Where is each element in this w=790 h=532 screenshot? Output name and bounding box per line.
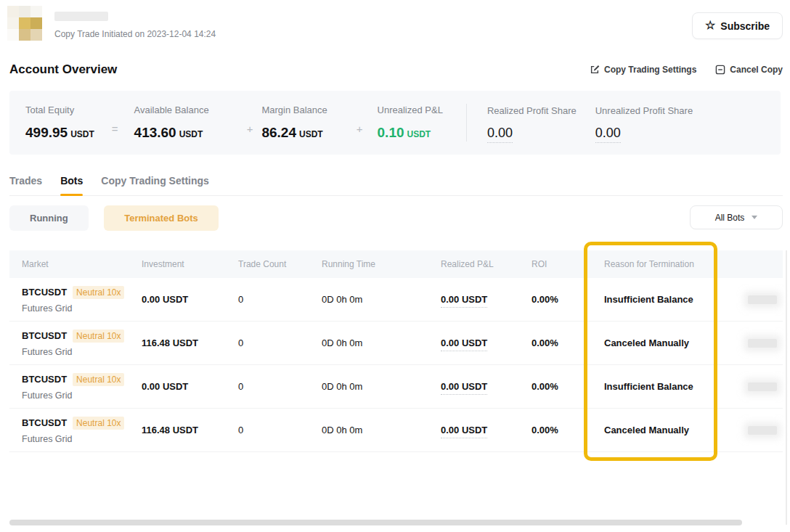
row-action-redacted[interactable] bbox=[748, 382, 777, 391]
cancel-copy-label: Cancel Copy bbox=[730, 65, 783, 75]
tab-copy-trading-settings[interactable]: Copy Trading Settings bbox=[101, 175, 209, 195]
market-symbol: BTCUSDT bbox=[22, 374, 67, 385]
column-investment: Investment bbox=[142, 259, 238, 269]
termination-reason-cell: Insufficient Balance bbox=[604, 294, 748, 305]
unrealized-profit-share-label: Unrealized Profit Share bbox=[595, 105, 693, 116]
trader-info: Copy Trade Initiated on 2023-12-04 14:24 bbox=[54, 12, 216, 39]
market-cell: BTCUSDTNeutral 10x Futures Grid bbox=[9, 373, 142, 401]
strategy-badge: Neutral 10x bbox=[73, 373, 124, 386]
copy-trading-settings-label: Copy Trading Settings bbox=[604, 65, 696, 75]
plus-operator: + bbox=[247, 123, 253, 136]
row-action-redacted[interactable] bbox=[748, 295, 777, 304]
terminated-bots-table: Market Investment Trade Count Running Ti… bbox=[9, 250, 783, 452]
market-cell: BTCUSDTNeutral 10x Futures Grid bbox=[9, 330, 142, 357]
subscribe-label: Subscribe bbox=[720, 20, 770, 32]
trade-count-cell: 0 bbox=[238, 337, 322, 348]
overview-actions: Copy Trading Settings Cancel Copy bbox=[590, 65, 783, 75]
realized-pnl-cell: 0.00 USDT bbox=[441, 381, 532, 392]
account-stats-panel: Total Equity 499.95USDT = Available Bala… bbox=[9, 91, 781, 155]
table-row: BTCUSDTNeutral 10x Futures Grid 0.00 USD… bbox=[9, 278, 783, 322]
trader-name-redacted bbox=[54, 12, 108, 21]
market-cell: BTCUSDTNeutral 10x Futures Grid bbox=[9, 286, 142, 314]
column-market: Market bbox=[9, 259, 142, 269]
realized-pnl-cell: 0.00 USDT bbox=[441, 337, 532, 348]
action-cell bbox=[748, 339, 783, 348]
chevron-down-icon bbox=[752, 216, 757, 219]
table-row: BTCUSDTNeutral 10x Futures Grid 0.00 USD… bbox=[9, 365, 783, 409]
total-equity-label: Total Equity bbox=[25, 105, 94, 115]
copy-trading-settings-button[interactable]: Copy Trading Settings bbox=[590, 65, 696, 75]
strategy-badge: Neutral 10x bbox=[73, 286, 124, 299]
roi-cell: 0.00% bbox=[532, 425, 604, 435]
table-row: BTCUSDTNeutral 10x Futures Grid 116.48 U… bbox=[9, 409, 783, 452]
trader-avatar bbox=[7, 6, 42, 41]
row-action-redacted[interactable] bbox=[748, 426, 777, 435]
trader-header: Copy Trade Initiated on 2023-12-04 14:24… bbox=[7, 6, 783, 46]
investment-cell: 0.00 USDT bbox=[142, 381, 238, 392]
bot-type-label: Futures Grid bbox=[22, 347, 142, 357]
available-balance-value: 413.60USDT bbox=[134, 125, 209, 141]
main-tabs: Trades Bots Copy Trading Settings bbox=[9, 175, 783, 196]
action-cell bbox=[748, 295, 783, 304]
bot-type-label: Futures Grid bbox=[22, 434, 142, 444]
terminated-bots-filter-button[interactable]: Terminated Bots bbox=[104, 205, 219, 231]
realized-pnl-cell: 0.00 USDT bbox=[441, 294, 532, 305]
star-icon: ☆ bbox=[705, 20, 715, 31]
stat-unrealized-pnl: Unrealized P&L 0.10USDT bbox=[378, 105, 443, 141]
horizontal-scrollbar[interactable] bbox=[9, 520, 742, 525]
vertical-scrollbar[interactable] bbox=[786, 250, 787, 525]
stat-unrealized-profit-share: Unrealized Profit Share 0.00 bbox=[595, 105, 693, 141]
roi-cell: 0.00% bbox=[532, 381, 604, 392]
bot-type-dropdown[interactable]: All Bots bbox=[690, 205, 783, 229]
cancel-copy-button[interactable]: Cancel Copy bbox=[715, 65, 783, 75]
stats-divider bbox=[466, 104, 467, 142]
column-realized-pnl: Realized P&L bbox=[441, 259, 532, 269]
investment-cell: 116.48 USDT bbox=[142, 425, 238, 435]
market-cell: BTCUSDTNeutral 10x Futures Grid bbox=[9, 417, 142, 444]
running-time-cell: 0D 0h 0m bbox=[322, 425, 441, 435]
running-time-cell: 0D 0h 0m bbox=[322, 381, 441, 392]
margin-balance-value: 86.24USDT bbox=[261, 125, 327, 141]
tab-bots[interactable]: Bots bbox=[60, 175, 83, 195]
termination-reason-cell: Insufficient Balance bbox=[604, 381, 748, 392]
column-running-time: Running Time bbox=[322, 259, 441, 269]
roi-cell: 0.00% bbox=[532, 294, 604, 305]
bot-type-label: Futures Grid bbox=[22, 390, 142, 401]
bot-type-dropdown-value: All Bots bbox=[715, 213, 745, 223]
tab-trades[interactable]: Trades bbox=[9, 175, 42, 195]
unrealized-pnl-value: 0.10USDT bbox=[378, 125, 443, 141]
running-filter-button[interactable]: Running bbox=[9, 205, 89, 231]
equals-operator: = bbox=[112, 123, 118, 136]
strategy-badge: Neutral 10x bbox=[73, 417, 124, 430]
market-symbol: BTCUSDT bbox=[22, 287, 67, 298]
unrealized-pnl-label: Unrealized P&L bbox=[378, 105, 443, 115]
edit-icon bbox=[590, 65, 600, 75]
action-cell bbox=[748, 382, 783, 391]
subscribe-button[interactable]: ☆ Subscribe bbox=[692, 12, 783, 39]
available-balance-label: Available Balance bbox=[134, 105, 209, 115]
account-overview-header: Account Overview Copy Trading Settings C… bbox=[9, 61, 783, 78]
realized-profit-share-value: 0.00 bbox=[487, 126, 577, 141]
stat-available-balance: Available Balance 413.60USDT bbox=[134, 105, 209, 141]
minus-square-icon bbox=[715, 65, 725, 75]
action-cell bbox=[748, 426, 783, 435]
market-symbol: BTCUSDT bbox=[22, 330, 67, 341]
termination-reason-cell: Canceled Manually bbox=[604, 337, 748, 348]
realized-profit-share-label: Realized Profit Share bbox=[487, 105, 577, 116]
column-trade-count: Trade Count bbox=[238, 259, 322, 269]
table-header-row: Market Investment Trade Count Running Ti… bbox=[9, 250, 783, 278]
table-row: BTCUSDTNeutral 10x Futures Grid 116.48 U… bbox=[9, 322, 783, 365]
investment-cell: 116.48 USDT bbox=[142, 337, 238, 348]
running-time-cell: 0D 0h 0m bbox=[322, 337, 441, 348]
market-symbol: BTCUSDT bbox=[22, 417, 67, 428]
stat-realized-profit-share: Realized Profit Share 0.00 bbox=[487, 105, 577, 141]
margin-balance-label: Margin Balance bbox=[261, 105, 327, 115]
unrealized-profit-share-value: 0.00 bbox=[595, 126, 693, 141]
column-roi: ROI bbox=[532, 259, 604, 269]
page-title: Account Overview bbox=[9, 62, 117, 77]
trade-count-cell: 0 bbox=[238, 425, 322, 435]
trade-count-cell: 0 bbox=[238, 294, 322, 305]
row-action-redacted[interactable] bbox=[748, 339, 777, 348]
plus-operator: + bbox=[357, 123, 363, 136]
realized-pnl-cell: 0.00 USDT bbox=[441, 425, 532, 435]
